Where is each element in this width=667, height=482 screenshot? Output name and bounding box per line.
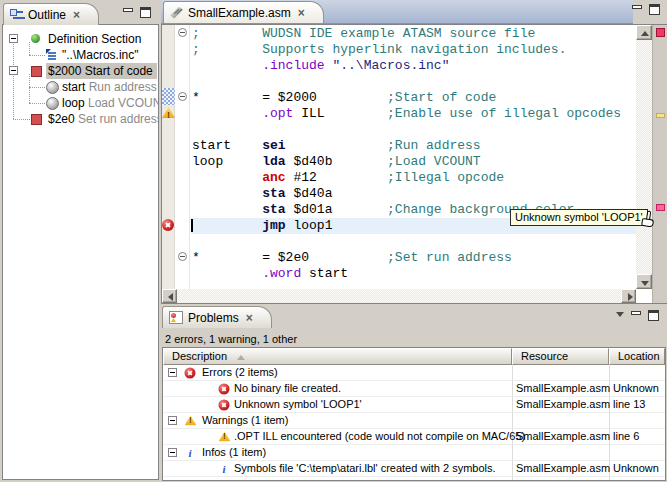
tree-item-label: loop	[62, 96, 85, 110]
close-icon[interactable]: ×	[73, 10, 80, 20]
tree-item-label: $2e0	[48, 112, 75, 126]
column-header-location[interactable]: Location	[609, 348, 665, 365]
code-line[interactable]: sta $d40a	[191, 186, 636, 202]
row-expander-icon	[168, 448, 177, 457]
outline-tree-item[interactable]: Definition Section	[4, 31, 157, 47]
outline-view: Outline × Definition Section"..\Macros.i…	[2, 2, 159, 480]
problems-row[interactable]: No binary file created.SmallExample.asmU…	[163, 381, 665, 397]
code-area[interactable]: ; WUDSN IDE example ATASM source file; S…	[191, 25, 636, 289]
folding-column[interactable]	[176, 25, 190, 289]
view-menu-icon[interactable]	[616, 312, 624, 321]
arrow-right-icon	[628, 293, 633, 301]
tree-item-label: $2000 Start of code	[48, 64, 153, 78]
code-token: start	[192, 138, 262, 153]
minimize-button[interactable]	[632, 5, 642, 9]
overview-ruler[interactable]	[652, 25, 667, 303]
code-line[interactable]: .word start	[191, 266, 636, 282]
code-line[interactable]: * = $2e0 ;Set run address	[191, 250, 636, 266]
code-token: lda	[262, 154, 285, 169]
code-line[interactable]	[191, 74, 636, 90]
code-token	[192, 186, 262, 201]
code-line[interactable]: anc #12 ;Illegal opcode	[191, 170, 636, 186]
code-token	[192, 218, 262, 233]
scroll-down-button[interactable]	[636, 274, 652, 289]
tab-problems[interactable]: Problems ×	[162, 306, 272, 328]
code-line[interactable]	[191, 122, 636, 138]
tree-item-suffix: Run address	[85, 80, 156, 94]
error-annotation-icon[interactable]	[162, 219, 174, 231]
overview-warning-marker[interactable]	[656, 113, 665, 118]
tree-expander-icon	[9, 66, 18, 75]
maximize-button[interactable]	[140, 7, 151, 18]
maximize-button[interactable]	[648, 310, 659, 321]
scroll-left-button[interactable]	[162, 289, 177, 303]
warning-icon	[219, 431, 231, 441]
problems-view-icon	[169, 311, 183, 324]
maximize-button[interactable]	[649, 4, 660, 15]
code-line[interactable]: * = $2000 ;Start of code	[191, 90, 636, 106]
code-token: .include	[262, 58, 324, 73]
close-icon[interactable]: ×	[246, 313, 253, 323]
fold-toggle-icon[interactable]	[178, 252, 187, 261]
scrollbar-track[interactable]	[636, 25, 652, 289]
outline-body: Definition Section"..\Macros.inc"$2000 S…	[2, 24, 159, 480]
scroll-up-button[interactable]	[636, 25, 652, 40]
code-token: ; Supports hyperlink navigation includes…	[192, 42, 566, 57]
problems-summary: 2 errors, 1 warning, 1 other	[165, 333, 297, 345]
minimize-button[interactable]	[123, 8, 133, 12]
horizontal-scrollbar[interactable]	[162, 289, 636, 303]
annotation-ruler[interactable]	[162, 25, 175, 289]
outline-tree-item[interactable]: "..\Macros.inc"	[4, 47, 157, 63]
fold-toggle-icon[interactable]	[178, 28, 187, 37]
minimize-button[interactable]	[631, 311, 641, 315]
problems-row[interactable]: Errors (2 items)	[163, 365, 665, 381]
outline-tree-item[interactable]: loop Load VCOUNT	[4, 95, 157, 111]
column-header-resource[interactable]: Resource	[512, 348, 609, 365]
code-line[interactable]: loop lda $d40b ;Load VCOUNT	[191, 154, 636, 170]
gray-ball-icon	[46, 81, 58, 93]
error-icon	[162, 219, 174, 231]
code-token: * = $2e0	[192, 250, 387, 265]
tab-outline-label: Outline	[28, 8, 66, 22]
problems-row[interactable]: Warnings (1 item)	[163, 413, 665, 429]
problem-resource: SmallExample.asm	[516, 461, 610, 476]
problems-rows: Errors (2 items)No binary file created.S…	[163, 365, 665, 480]
close-icon[interactable]: ×	[298, 8, 305, 18]
code-line[interactable]: start sei ;Run address	[191, 138, 636, 154]
warning-annotation-icon[interactable]	[162, 107, 174, 119]
code-token: "..\Macros.inc"	[332, 58, 449, 73]
eclipse-workbench: { "outline": { "tab_label": "Outline", "…	[0, 0, 667, 482]
problem-resource: SmallExample.asm	[516, 397, 610, 412]
code-token: ;Enable use of illegal opcodes	[387, 106, 621, 121]
code-line[interactable]: .include "..\Macros.inc"	[191, 58, 636, 74]
outline-tree-item[interactable]: start Run address	[4, 79, 157, 95]
tab-editor-label: SmallExample.asm	[188, 6, 291, 20]
arrow-up-icon	[641, 31, 649, 36]
scrollbar-track[interactable]	[162, 289, 636, 303]
fold-toggle-icon[interactable]	[178, 92, 187, 101]
problems-row[interactable]: iInfos (1 item)	[163, 445, 665, 461]
column-header-description[interactable]: Description	[163, 348, 512, 365]
code-token: $d40a	[286, 186, 333, 201]
problem-location: line 13	[613, 397, 645, 412]
overview-error-marker[interactable]	[656, 204, 665, 211]
info-icon: i	[184, 447, 195, 458]
code-line[interactable]: .opt ILL ;Enable use of illegal opcodes	[191, 106, 636, 122]
scroll-right-button[interactable]	[621, 289, 636, 303]
problems-row[interactable]: .OPT ILL encountered (code would not com…	[163, 429, 665, 445]
code-line[interactable]	[191, 234, 636, 250]
outline-tree-item[interactable]: $2e0 Set run address	[4, 111, 157, 127]
code-line[interactable]: ; Supports hyperlink navigation includes…	[191, 42, 636, 58]
overview-error-indicator[interactable]	[656, 28, 665, 37]
tree-item-label: "..\Macros.inc"	[62, 48, 139, 62]
problems-row[interactable]: iSymbols file 'C:\temp\atari.lbl' create…	[163, 461, 665, 477]
vertical-scrollbar[interactable]	[636, 25, 652, 289]
error-icon	[184, 367, 195, 378]
problems-row[interactable]: Unknown symbol 'LOOP1'SmallExample.asmli…	[163, 397, 665, 413]
code-line[interactable]: ; WUDSN IDE example ATASM source file	[191, 26, 636, 42]
tab-editor-smallexample[interactable]: SmallExample.asm ×	[163, 1, 324, 23]
code-token: ;Start of code	[387, 90, 496, 105]
outline-tree[interactable]: Definition Section"..\Macros.inc"$2000 S…	[4, 26, 157, 478]
outline-tree-item[interactable]: $2000 Start of code	[4, 63, 157, 79]
tab-outline[interactable]: Outline ×	[3, 3, 99, 25]
